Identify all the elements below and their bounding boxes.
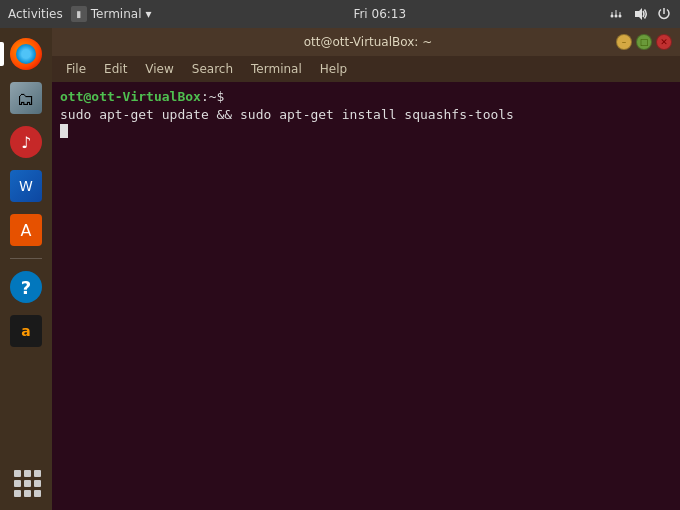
close-button[interactable]: ✕ [656,34,672,50]
terminal-window: ott@ott-VirtualBox: ~ – □ ✕ File Edit Vi… [52,28,680,510]
appstore-icon: A [10,214,42,246]
main-layout: ♪ W A ? a ott@ott [0,28,680,510]
files-icon [10,82,42,114]
terminal-command-line: ott@ott-VirtualBox :~$ sudo apt-get upda… [60,88,672,124]
window-controls: – □ ✕ [616,34,672,50]
writer-icon: W [10,170,42,202]
launcher-item-appstore[interactable]: A [6,210,46,250]
svg-rect-5 [619,12,620,15]
launcher-item-amazon[interactable]: a [6,311,46,351]
help-icon: ? [10,271,42,303]
launcher-item-firefox[interactable] [6,34,46,74]
launcher-divider [10,258,42,259]
terminal-taskbar-label: Terminal [91,7,142,21]
activities-button[interactable]: Activities [8,7,63,21]
terminal-taskbar-arrow: ▾ [145,7,151,21]
prompt-dollar: :~$ [201,88,224,106]
firefox-icon [10,38,42,70]
launcher-item-writer[interactable]: W [6,166,46,206]
system-bar-right [608,6,672,22]
launcher: ♪ W A ? a [0,28,52,510]
launcher-item-show-apps[interactable] [6,462,46,502]
network-icon[interactable] [608,6,624,22]
svg-marker-6 [635,8,642,20]
command-text: sudo apt-get update && sudo apt-get inst… [60,106,514,124]
apps-icon [10,466,42,498]
terminal-indicator[interactable]: ▮ Terminal ▾ [71,6,152,22]
system-bar: Activities ▮ Terminal ▾ Fri 06:13 [0,0,680,28]
window-title: ott@ott-VirtualBox: ~ [120,35,616,49]
system-bar-clock: Fri 06:13 [353,7,406,21]
terminal-content[interactable]: ott@ott-VirtualBox :~$ sudo apt-get upda… [52,82,680,510]
menu-bar: File Edit View Search Terminal Help [52,56,680,82]
maximize-button[interactable]: □ [636,34,652,50]
terminal-cursor-line [60,124,672,138]
sound-icon[interactable] [632,6,648,22]
prompt-user: ott@ott-VirtualBox [60,88,201,106]
launcher-item-help[interactable]: ? [6,267,46,307]
power-icon[interactable] [656,6,672,22]
music-icon: ♪ [10,126,42,158]
menu-terminal[interactable]: Terminal [243,60,310,78]
terminal-cursor [60,124,68,138]
minimize-button[interactable]: – [616,34,632,50]
svg-rect-4 [615,10,616,15]
menu-search[interactable]: Search [184,60,241,78]
launcher-item-music[interactable]: ♪ [6,122,46,162]
title-bar: ott@ott-VirtualBox: ~ – □ ✕ [52,28,680,56]
menu-view[interactable]: View [137,60,181,78]
system-bar-left: Activities ▮ Terminal ▾ [8,6,152,22]
launcher-item-files[interactable] [6,78,46,118]
svg-rect-3 [611,12,612,15]
menu-file[interactable]: File [58,60,94,78]
menu-edit[interactable]: Edit [96,60,135,78]
amazon-icon: a [10,315,42,347]
terminal-taskbar-icon: ▮ [71,6,87,22]
menu-help[interactable]: Help [312,60,355,78]
